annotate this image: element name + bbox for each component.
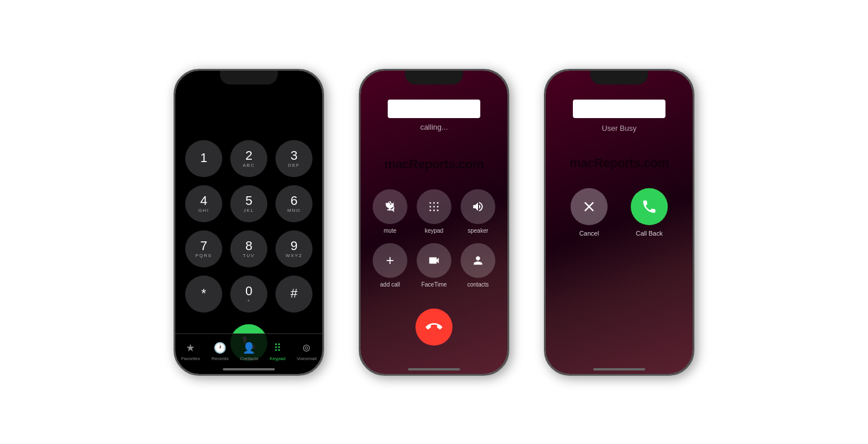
speaker-label: speaker bbox=[468, 227, 488, 234]
key-hash[interactable]: # bbox=[275, 276, 312, 313]
svg-point-0 bbox=[429, 202, 431, 204]
svg-point-3 bbox=[429, 206, 431, 207]
key-7[interactable]: 7 PQRS bbox=[185, 230, 222, 267]
watermark-3: macReports.com bbox=[569, 156, 669, 171]
callback-label: Call Back bbox=[636, 230, 663, 237]
phone-busy: User Busy macReports.com Cancel bbox=[544, 69, 694, 376]
speaker-circle bbox=[461, 189, 495, 224]
key-6[interactable]: 6 MNO bbox=[275, 185, 312, 222]
key-1[interactable]: 1 bbox=[185, 140, 222, 177]
add-call-label: add call bbox=[380, 281, 400, 288]
tab-favorites[interactable]: ★ Favorites bbox=[181, 342, 200, 361]
mute-circle bbox=[373, 189, 407, 224]
phone-calling: calling... macReports.com mute bbox=[359, 69, 509, 376]
phone-keypad: 1 2 ABC 3 DEF 4 GHI 5 JKL bbox=[174, 69, 324, 376]
phones-container: 1 2 ABC 3 DEF 4 GHI 5 JKL bbox=[0, 0, 868, 444]
home-indicator-2 bbox=[408, 368, 460, 370]
keypad-label: Keypad bbox=[270, 356, 285, 361]
recents-label: Recents bbox=[212, 356, 229, 361]
add-call-circle: + bbox=[373, 243, 407, 278]
contacts-label: Contacts bbox=[240, 356, 259, 361]
home-indicator bbox=[223, 368, 275, 370]
favorites-label: Favorites bbox=[181, 356, 200, 361]
tab-recents[interactable]: 🕐 Recents bbox=[212, 342, 229, 361]
key-star[interactable]: * bbox=[185, 276, 222, 313]
cancel-button[interactable]: Cancel bbox=[571, 188, 608, 237]
key-3[interactable]: 3 DEF bbox=[275, 140, 312, 177]
mute-button[interactable]: mute bbox=[373, 189, 407, 234]
contacts-ctrl-icon bbox=[472, 254, 484, 267]
svg-point-8 bbox=[437, 210, 439, 211]
mute-icon bbox=[384, 200, 396, 213]
svg-point-7 bbox=[433, 210, 435, 211]
keypad-screen: 1 2 ABC 3 DEF 4 GHI 5 JKL bbox=[175, 71, 322, 374]
svg-point-6 bbox=[429, 210, 431, 211]
key-8[interactable]: 8 TUV bbox=[230, 230, 267, 267]
keypad-ctrl-label: keypad bbox=[425, 227, 443, 234]
keypad-ctrl-button[interactable]: keypad bbox=[417, 189, 451, 234]
busy-screen: User Busy macReports.com Cancel bbox=[546, 71, 693, 374]
key-4[interactable]: 4 GHI bbox=[185, 185, 222, 222]
contact-name-bar-busy bbox=[573, 100, 665, 118]
cancel-label: Cancel bbox=[579, 230, 599, 237]
key-9[interactable]: 9 WXYZ bbox=[275, 230, 312, 267]
keypad-ctrl-icon bbox=[428, 200, 440, 213]
contact-name-bar bbox=[388, 100, 480, 118]
watermark-2: macReports.com bbox=[384, 157, 484, 172]
speaker-button[interactable]: speaker bbox=[461, 189, 495, 234]
key-5[interactable]: 5 JKL bbox=[230, 185, 267, 222]
key-0[interactable]: 0 + bbox=[230, 276, 267, 313]
facetime-circle bbox=[417, 243, 451, 278]
facetime-label: FaceTime bbox=[421, 281, 447, 288]
svg-point-4 bbox=[433, 206, 435, 207]
contacts-icon: 👤 bbox=[242, 342, 255, 354]
facetime-button[interactable]: FaceTime bbox=[417, 243, 451, 288]
favorites-icon: ★ bbox=[186, 342, 195, 354]
cancel-icon bbox=[581, 199, 597, 215]
voicemail-label: Voicemail bbox=[297, 356, 317, 361]
recents-icon: 🕐 bbox=[214, 342, 226, 354]
busy-action-buttons: Cancel Call Back bbox=[571, 188, 668, 237]
calling-screen: calling... macReports.com mute bbox=[361, 71, 507, 374]
keypad-grid: 1 2 ABC 3 DEF 4 GHI 5 JKL bbox=[175, 140, 322, 313]
notch-2 bbox=[405, 71, 463, 85]
contacts-ctrl-button[interactable]: contacts bbox=[461, 243, 495, 288]
voicemail-icon: ⊚ bbox=[302, 342, 311, 354]
tab-keypad[interactable]: ⠿ Keypad bbox=[270, 342, 285, 361]
call-controls: mute keypad bbox=[361, 189, 507, 288]
call-back-button[interactable]: Call Back bbox=[631, 188, 668, 237]
facetime-icon bbox=[428, 254, 440, 267]
mute-label: mute bbox=[384, 227, 396, 234]
end-call-button[interactable] bbox=[415, 309, 453, 346]
svg-point-5 bbox=[437, 206, 439, 207]
end-call-icon bbox=[422, 315, 446, 339]
home-indicator-3 bbox=[593, 368, 645, 370]
svg-point-2 bbox=[437, 202, 439, 204]
contacts-ctrl-circle bbox=[461, 243, 495, 278]
add-call-button[interactable]: + add call bbox=[373, 243, 407, 288]
notch-3 bbox=[590, 71, 648, 85]
tab-voicemail[interactable]: ⊚ Voicemail bbox=[297, 342, 317, 361]
cancel-circle bbox=[571, 188, 608, 225]
key-2[interactable]: 2 ABC bbox=[230, 140, 267, 177]
callback-icon bbox=[641, 199, 657, 215]
keypad-ctrl-circle bbox=[417, 189, 451, 224]
callback-circle bbox=[631, 188, 668, 225]
call-status: calling... bbox=[420, 123, 448, 131]
notch bbox=[220, 71, 278, 85]
svg-point-1 bbox=[433, 202, 435, 204]
user-busy-status: User Busy bbox=[602, 124, 637, 133]
keypad-icon: ⠿ bbox=[274, 342, 281, 354]
contacts-ctrl-label: contacts bbox=[467, 281, 488, 288]
tab-contacts[interactable]: 👤 Contacts bbox=[240, 342, 259, 361]
speaker-icon bbox=[472, 200, 484, 213]
